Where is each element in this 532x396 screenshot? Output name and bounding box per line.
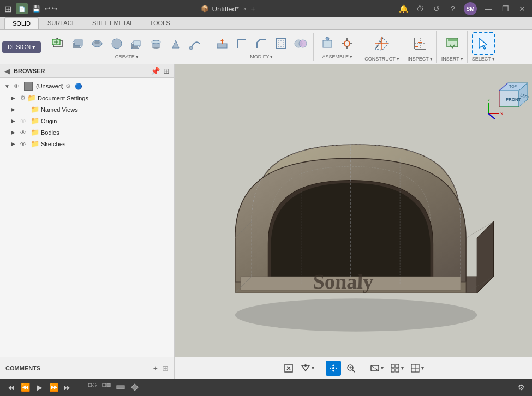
viewport[interactable]: Sonaly (175, 64, 532, 357)
viewport-tools-bottom: ▾ (175, 361, 532, 376)
inspect-label[interactable]: INSPECT ▾ (408, 56, 433, 62)
inspect-btn[interactable] (409, 32, 432, 55)
notification-icon[interactable]: 🔔 (398, 3, 409, 14)
camera-dropdown[interactable]: ▾ (298, 362, 316, 374)
svg-text:Z: Z (496, 118, 499, 119)
viewport-right-resize[interactable] (529, 64, 532, 357)
zoom-window-btn[interactable] (343, 361, 358, 376)
svg-point-20 (152, 40, 160, 44)
minimize-btn[interactable]: — (482, 3, 494, 14)
cylinder-btn[interactable] (147, 34, 165, 53)
timeline-play-btn[interactable]: ▶ (33, 381, 46, 394)
tree-info-unsaved[interactable]: 🔵 (75, 83, 82, 90)
extrude-btn[interactable] (68, 34, 87, 53)
title-icons: 🔔 ⏱ ↺ ? SM — ❐ ✕ (398, 2, 528, 15)
comments-add-btn[interactable]: + (153, 364, 158, 373)
tree-item-bodies[interactable]: ▶ 👁 📁 Bodies (0, 127, 174, 138)
tree-eye-unsaved[interactable]: 👁 (14, 83, 22, 89)
svg-line-73 (371, 365, 379, 371)
close-doc-btn[interactable]: × (242, 5, 248, 13)
toolbar-group-insert: INSERT ▾ (438, 31, 468, 63)
pan-btn[interactable] (326, 361, 341, 376)
maximize-btn[interactable]: ❐ (500, 3, 511, 14)
fit-all-btn[interactable] (281, 361, 296, 376)
fillet-btn[interactable] (232, 34, 251, 53)
timeline-end-btn[interactable]: ⏭ (61, 381, 74, 394)
sweep-btn[interactable] (186, 34, 205, 53)
box-btn[interactable] (127, 34, 146, 53)
display-settings-btn[interactable]: ▾ (368, 362, 386, 374)
revolve-btn[interactable] (88, 34, 106, 53)
timer-icon[interactable]: ⏱ (415, 3, 426, 14)
toolbar-group-inspect: INSPECT ▾ (404, 31, 437, 63)
view-cube-svg[interactable]: X Y Z FRONT TOP LEFT (483, 70, 532, 119)
construct-label[interactable]: CONSTRUCT ▾ (364, 56, 399, 62)
sketch-btn-3[interactable] (114, 381, 127, 394)
tree-label-origin: Origin (41, 118, 57, 124)
press-pull-btn[interactable] (213, 34, 231, 53)
browser-pin-btn[interactable]: 📌 (151, 67, 160, 75)
design-dropdown[interactable]: DESIGN ▾ (2, 41, 41, 53)
grid-btn[interactable]: ▾ (388, 362, 406, 374)
loft-btn[interactable] (166, 34, 185, 53)
tree-item-unsaved[interactable]: ▼ 👁 (Unsaved) ⚙ 🔵 (0, 80, 174, 92)
main-area: ◀ BROWSER 📌 ⊞ ▼ 👁 (Unsaved) ⚙ 🔵 ▶ ⚙ 📁 Do… (0, 64, 532, 357)
new-tab-btn[interactable]: + (251, 4, 255, 13)
create-label-text: CREATE (115, 54, 135, 59)
chamfer-btn[interactable] (252, 34, 271, 53)
tree-item-doc-settings[interactable]: ▶ ⚙ 📁 Document Settings (0, 92, 174, 104)
insert-btn[interactable] (441, 32, 464, 55)
close-btn[interactable]: ✕ (517, 3, 528, 14)
joint-btn[interactable] (338, 34, 356, 53)
tab-solid[interactable]: SOLID (4, 17, 39, 29)
tree-eye-sketches[interactable]: 👁 (20, 141, 29, 147)
sphere-btn[interactable] (107, 34, 126, 53)
insert-label[interactable]: INSERT ▾ (441, 56, 463, 62)
svg-text:TOP: TOP (509, 85, 517, 88)
assemble-label[interactable]: ASSEMBLE ▾ (322, 54, 352, 59)
create-label[interactable]: CREATE ▾ (115, 54, 139, 59)
sketch-btn-1[interactable] (86, 381, 99, 394)
construct-plane-btn[interactable] (370, 32, 393, 55)
save-btn[interactable]: 💾 (32, 5, 40, 13)
sketch-btn-2[interactable] (100, 381, 113, 394)
tree-item-sketches[interactable]: ▶ 👁 📁 Sketches (0, 138, 174, 149)
view-cube[interactable]: X Y Z FRONT TOP LEFT (483, 70, 527, 113)
timeline-prev-btn[interactable]: ⏪ (19, 381, 32, 394)
svg-rect-85 (117, 386, 124, 389)
user-avatar[interactable]: SM (464, 2, 477, 15)
tab-sheet-metal[interactable]: SHEET METAL (85, 17, 141, 29)
tab-surface[interactable]: SURFACE (40, 17, 83, 29)
help-icon[interactable]: ? (447, 3, 458, 14)
browser-expand-btn[interactable]: ⊞ (163, 67, 170, 75)
tree-item-named-views[interactable]: ▶ 📁 Named Views (0, 104, 174, 115)
settings-btn[interactable]: ⚙ (515, 381, 528, 394)
select-btn[interactable] (472, 32, 495, 55)
file-menu-btn[interactable]: 📄 (16, 3, 28, 14)
svg-text:Sonaly: Sonaly (313, 270, 374, 293)
comments-divider-btn[interactable]: ⊞ (162, 364, 169, 373)
viewport-layout-btn[interactable]: ▾ (408, 362, 426, 374)
app-grid-icon[interactable]: ⊞ (4, 4, 11, 14)
shell-btn[interactable] (272, 34, 290, 53)
timeline-next-btn[interactable]: ⏩ (47, 381, 60, 394)
assemble-icons (318, 34, 356, 53)
timeline-start-btn[interactable]: ⏮ (4, 381, 17, 394)
sketch-btn-4[interactable] (128, 381, 141, 394)
browser-collapse-btn[interactable]: ◀ (4, 67, 10, 75)
modify-label[interactable]: MODIFY ▾ (250, 54, 273, 59)
combine-btn[interactable] (291, 34, 310, 53)
new-sketch-btn[interactable] (49, 34, 67, 53)
tree-eye-bodies[interactable]: 👁 (20, 129, 29, 136)
tree-item-origin[interactable]: ▶ 👁 📁 Origin (0, 115, 174, 127)
svg-rect-75 (396, 364, 399, 368)
svg-text:FRONT: FRONT (506, 97, 521, 102)
tab-tools[interactable]: TOOLS (142, 17, 177, 29)
refresh-icon[interactable]: ↺ (431, 3, 442, 14)
new-component-btn[interactable] (318, 34, 337, 53)
select-label[interactable]: SELECT ▾ (472, 56, 495, 62)
title-bar-center: 📦 Untitled* × + (201, 4, 255, 13)
tree-eye-origin[interactable]: 👁 (20, 118, 29, 124)
tree-gear-unsaved[interactable]: ⚙ (65, 83, 71, 90)
undo-btn[interactable]: ↩ ↪ (45, 5, 57, 13)
